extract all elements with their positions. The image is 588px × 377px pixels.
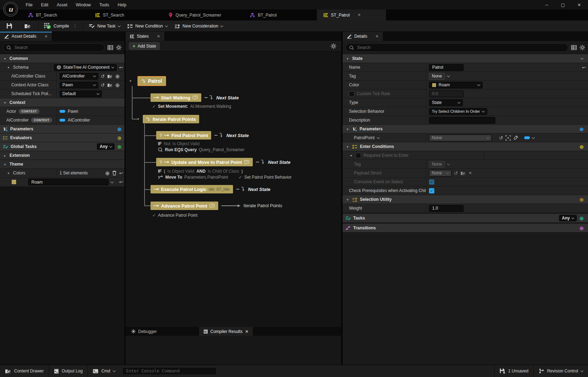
tab-close-icon[interactable]: ✕ [357, 13, 361, 17]
section-context[interactable]: ▾ Context [0, 98, 124, 107]
payload-struct-dropdown[interactable]: None [429, 170, 452, 177]
plus-circle-icon[interactable]: ⊕ [115, 74, 120, 79]
new-condition-button[interactable]: New Condition [124, 20, 171, 32]
collapse-triangle[interactable]: ▾ [136, 117, 140, 121]
transition-target[interactable]: Iterate Patrol Points [244, 203, 282, 208]
settings-gear-icon[interactable] [116, 45, 122, 50]
asset-details-tab[interactable]: Asset Details ✕ [0, 32, 52, 41]
use-selected-icon[interactable]: ↺ [101, 74, 105, 79]
binding-pill-icon[interactable] [524, 136, 530, 139]
property-matrix-icon[interactable] [108, 45, 113, 50]
color-name-input[interactable]: Roam [28, 179, 109, 185]
panel-close-icon[interactable]: ✕ [44, 34, 48, 39]
chevron-down-icon[interactable] [532, 136, 535, 139]
enter-conditions-section-header[interactable]: ▾ Enter Conditions ⊕ [343, 142, 588, 151]
reset-to-default-icon[interactable]: ↩ [119, 65, 123, 70]
tasks-section-header[interactable]: Tasks Any ⊕ [343, 214, 588, 223]
new-task-button[interactable]: New Task [85, 20, 124, 32]
aicontroller-class-dropdown[interactable]: AIController [60, 73, 98, 80]
details-search[interactable] [345, 43, 568, 52]
cmd-button[interactable]: Cmd [88, 365, 120, 377]
color-dropdown[interactable]: Roam [429, 82, 483, 88]
tasks-any-dropdown[interactable]: Any [559, 215, 577, 221]
consume-event-checkbox[interactable]: ✓ [429, 179, 434, 185]
states-settings-gear-icon[interactable] [331, 43, 336, 49]
add-task-icon[interactable]: ⊕ [579, 216, 584, 221]
menu-edit[interactable]: Edit [37, 1, 52, 9]
state-node-update-move[interactable]: ? Update and Move to Patrol Point [156, 158, 253, 166]
global-tasks-header[interactable]: Global Tasks Any ⊕ [0, 142, 124, 151]
use-selected-icon[interactable]: ↺ [454, 171, 458, 176]
weight-input[interactable]: 1.0 [429, 205, 464, 212]
compiler-results-tab[interactable]: Compiler Results ✕ [199, 327, 253, 336]
selection-behavior-dropdown[interactable]: Try Select Children In Order [429, 108, 487, 115]
description-input[interactable] [429, 117, 495, 124]
browse-to-asset-button[interactable] [21, 20, 35, 32]
clear-icon[interactable]: ✕ [468, 171, 472, 175]
tab-st-patrol[interactable]: ST_Patrol ✕ [317, 10, 386, 20]
maximize-icon[interactable]: ▢ [556, 1, 570, 9]
panel-close-icon[interactable]: ✕ [375, 34, 379, 39]
transition-target[interactable]: Next State [268, 160, 290, 165]
tab-bt-search[interactable]: BT_Search [22, 10, 63, 20]
console-command-box[interactable] [122, 367, 217, 375]
tab-st-search[interactable]: ST_Search [89, 10, 130, 20]
reset-to-default-icon[interactable]: ↩ [582, 65, 586, 70]
required-event-checkbox[interactable] [356, 153, 361, 158]
tick-rate-input[interactable]: 0.0 [429, 91, 464, 97]
color-swatch[interactable] [11, 179, 17, 185]
add-enter-condition-icon[interactable]: ⊕ [579, 144, 584, 149]
tab-bt-patrol[interactable]: BT_Patrol [244, 10, 283, 20]
plus-circle-icon[interactable]: ⊕ [115, 82, 120, 88]
use-selected-icon[interactable]: ↺ [499, 135, 503, 141]
add-transition-icon[interactable]: ⊕ [579, 225, 584, 231]
transitions-section-header[interactable]: Transitions ⊕ [343, 224, 588, 233]
search-input[interactable] [14, 45, 101, 50]
reset-to-default-icon[interactable]: ↩ [119, 171, 123, 176]
add-parameter-icon[interactable]: ⊕ [579, 126, 584, 132]
browse-folder-icon[interactable] [460, 171, 466, 175]
transition-target[interactable]: Next State [216, 95, 239, 100]
states-tab[interactable]: States ✕ [125, 32, 164, 41]
trash-icon[interactable] [112, 171, 117, 175]
state-node-execute-patrol-logic[interactable]: Execute Patrol Logic ST_Idle [151, 185, 233, 193]
state-node-start-walking[interactable]: Start Walking [151, 93, 201, 102]
section-theme[interactable]: ▾ Theme [0, 160, 124, 169]
console-command-input[interactable] [125, 368, 214, 374]
parameters-section-header[interactable]: ▾ V Parameters ⊕ [343, 125, 588, 134]
custom-tick-checkbox[interactable] [349, 91, 354, 97]
menu-asset[interactable]: Asset [53, 1, 71, 9]
menu-help[interactable]: Help [114, 1, 130, 9]
selection-utility-section-header[interactable]: ▾ Selection Utility ⊕ [343, 195, 588, 204]
add-parameter-icon[interactable]: ⊕ [117, 126, 122, 132]
state-node-iterate-patrol-points[interactable]: Iterate Patrol Points [143, 115, 199, 123]
state-node-patrol[interactable]: Patrol [137, 76, 166, 86]
transition-target[interactable]: Next State [248, 187, 271, 192]
search-input[interactable] [356, 45, 564, 50]
save-button[interactable] [3, 20, 16, 32]
chevron-down-icon[interactable] [447, 74, 449, 77]
scheduled-tick-dropdown[interactable]: Default [60, 91, 102, 97]
chevron-down-icon[interactable] [111, 180, 114, 183]
marquee-select-icon[interactable] [506, 135, 511, 141]
revision-control-button[interactable]: Revision Control [534, 365, 588, 377]
transition-target[interactable]: Next State [226, 133, 249, 138]
tab-query-patrol-screamer[interactable]: Query_Patrol_Screamer [162, 10, 227, 20]
tab-close-icon[interactable]: ✕ [245, 329, 249, 334]
chevron-down-icon[interactable] [581, 57, 583, 60]
debugger-tab[interactable]: Debugger [127, 327, 161, 336]
chevron-down-icon[interactable] [447, 162, 449, 165]
menu-tools[interactable]: Tools [96, 1, 113, 9]
compile-button[interactable]: Compile ⋮ [41, 20, 81, 32]
new-consideration-button[interactable]: New Consideration [171, 20, 226, 32]
minimize-icon[interactable]: ─ [540, 1, 553, 9]
check-prerequisites-checkbox[interactable]: ✓ [429, 188, 434, 193]
add-state-button[interactable]: + Add State [129, 42, 160, 50]
name-input[interactable]: Patrol [429, 64, 464, 71]
eyedropper-icon[interactable] [513, 135, 518, 140]
type-dropdown[interactable]: State [429, 99, 463, 106]
reset-to-default-icon[interactable]: ↩ [119, 179, 123, 185]
menu-file[interactable]: File [22, 1, 36, 9]
tag-dropdown[interactable]: None [429, 73, 445, 80]
property-matrix-icon[interactable] [571, 45, 577, 50]
